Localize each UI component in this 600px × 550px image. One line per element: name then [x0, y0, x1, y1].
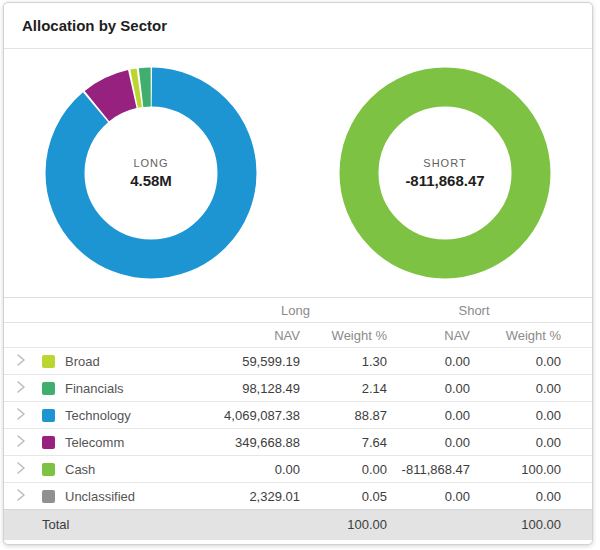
donut-svg — [339, 67, 551, 279]
short-weight-value: 0.00 — [470, 402, 561, 429]
sector-name: Unclassified — [65, 489, 135, 504]
donut-svg — [45, 67, 257, 279]
sector-name: Technology — [65, 408, 131, 423]
short-nav-value: 0.00 — [387, 348, 470, 375]
short-weight-value: 0.00 — [470, 375, 561, 402]
sector-color-swatch — [42, 355, 55, 368]
table-group-header-row: Long Short — [4, 298, 592, 323]
col-header-short-nav[interactable]: NAV — [387, 323, 470, 348]
long-weight-value: 0.05 — [300, 483, 387, 510]
expand-chevron-icon[interactable] — [16, 461, 26, 475]
col-header-long-weight[interactable]: Weight % — [300, 323, 387, 348]
sector-name: Cash — [65, 462, 95, 477]
long-donut-chart[interactable]: LONG 4.58M — [45, 67, 257, 279]
expand-chevron-icon[interactable] — [16, 380, 26, 394]
long-nav-value: 98,128.49 — [204, 375, 300, 402]
table-row-telecomm[interactable]: Telecomm 349,668.88 7.64 0.00 0.00 — [4, 429, 592, 456]
card-footer-spacer — [4, 540, 592, 544]
long-weight-value: 0.00 — [300, 456, 387, 483]
short-nav-value: 0.00 — [387, 375, 470, 402]
sector-color-swatch — [42, 382, 55, 395]
sector-color-swatch — [42, 463, 55, 476]
short-nav-value: 0.00 — [387, 483, 470, 510]
total-label: Total — [38, 517, 69, 532]
short-nav-value: 0.00 — [387, 402, 470, 429]
group-header-short: Short — [387, 298, 561, 323]
long-weight-value: 2.14 — [300, 375, 387, 402]
donut-segment-cash[interactable] — [359, 87, 531, 259]
total-long-weight: 100.00 — [300, 510, 387, 540]
long-nav-value: 0.00 — [204, 456, 300, 483]
table-row-broad[interactable]: Broad 59,599.19 1.30 0.00 0.00 — [4, 348, 592, 375]
short-chart-section: SHORT -811,868.47 — [298, 49, 592, 297]
long-nav-value: 2,329.01 — [204, 483, 300, 510]
group-header-long: Long — [204, 298, 387, 323]
sector-name: Broad — [65, 354, 100, 369]
table-row-technology[interactable]: Technology 4,069,087.38 88.87 0.00 0.00 — [4, 402, 592, 429]
table-column-header-row: NAV Weight % NAV Weight % — [4, 323, 592, 348]
col-header-long-nav[interactable]: NAV — [204, 323, 300, 348]
table-row-cash[interactable]: Cash 0.00 0.00 -811,868.47 100.00 — [4, 456, 592, 483]
total-short-nav — [387, 510, 470, 540]
short-nav-value: -811,868.47 — [387, 456, 470, 483]
short-weight-value: 0.00 — [470, 348, 561, 375]
short-weight-value: 0.00 — [470, 483, 561, 510]
long-nav-value: 59,599.19 — [204, 348, 300, 375]
expand-chevron-icon[interactable] — [16, 488, 26, 502]
short-nav-value: 0.00 — [387, 429, 470, 456]
sector-name: Telecomm — [65, 435, 124, 450]
long-weight-value: 1.30 — [300, 348, 387, 375]
sector-color-swatch — [42, 490, 55, 503]
donut-segment-technology[interactable] — [65, 87, 237, 259]
sector-color-swatch — [42, 409, 55, 422]
expand-chevron-icon[interactable] — [16, 434, 26, 448]
table-row-financials[interactable]: Financials 98,128.49 2.14 0.00 0.00 — [4, 375, 592, 402]
donut-charts-area: LONG 4.58M SHORT -811,868.47 — [4, 49, 592, 297]
total-long-nav — [204, 510, 300, 540]
total-short-weight: 100.00 — [470, 510, 561, 540]
expand-chevron-icon[interactable] — [16, 407, 26, 421]
long-weight-value: 88.87 — [300, 402, 387, 429]
table-row-unclassified[interactable]: Unclassified 2,329.01 0.05 0.00 0.00 — [4, 483, 592, 510]
page-title: Allocation by Sector — [4, 3, 592, 49]
long-nav-value: 4,069,087.38 — [204, 402, 300, 429]
short-weight-value: 0.00 — [470, 429, 561, 456]
long-chart-section: LONG 4.58M — [4, 49, 298, 297]
long-weight-value: 7.64 — [300, 429, 387, 456]
table-total-row: Total 100.00 100.00 — [4, 510, 592, 540]
expand-chevron-icon[interactable] — [16, 353, 26, 367]
sector-color-swatch — [42, 436, 55, 449]
col-header-short-weight[interactable]: Weight % — [470, 323, 561, 348]
allocation-table: Long Short NAV Weight % NAV Weight % Bro… — [4, 297, 592, 540]
sector-name: Financials — [65, 381, 124, 396]
allocation-by-sector-card: Allocation by Sector LONG 4.58M SHORT -8… — [3, 2, 593, 545]
short-weight-value: 100.00 — [470, 456, 561, 483]
short-donut-chart[interactable]: SHORT -811,868.47 — [339, 67, 551, 279]
long-nav-value: 349,668.88 — [204, 429, 300, 456]
